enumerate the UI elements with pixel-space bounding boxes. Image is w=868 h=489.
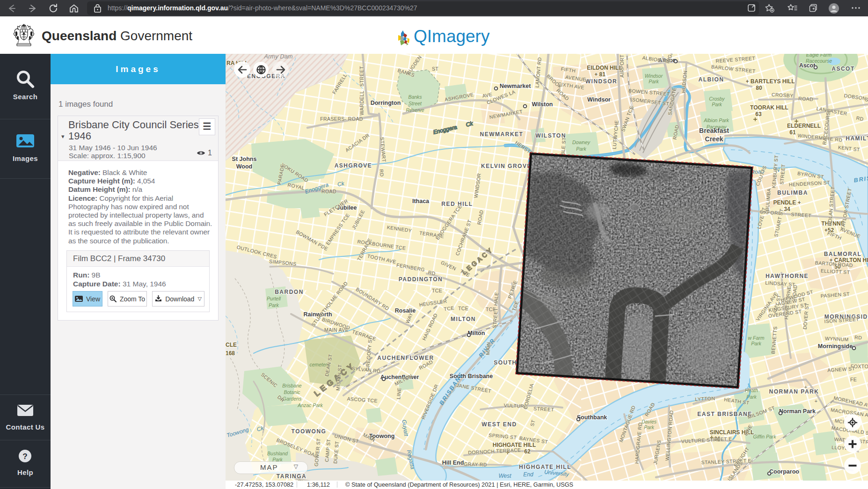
svg-text:TCE: TCE (432, 288, 442, 293)
svg-text:Crosby: Crosby (709, 96, 725, 102)
svg-text:Giffin Park: Giffin Park (753, 434, 776, 439)
svg-text:Paceway: Paceway (707, 124, 727, 130)
svg-text:MILTON: MILTON (451, 316, 476, 322)
svg-text:CROSBY: CROSBY (772, 92, 794, 98)
svg-text:80: 80 (756, 85, 762, 91)
svg-text:ALBION: ALBION (699, 76, 724, 83)
svg-text:ASHGROVE: ASHGROVE (335, 162, 372, 169)
svg-text:Park: Park (269, 302, 279, 308)
svg-text:Davies: Davies (642, 419, 657, 424)
svg-text:Albion Park: Albion Park (703, 117, 729, 123)
svg-text:+ BARTLEYS HILL: + BARTLEYS HILL (745, 78, 795, 85)
svg-text:STREET: STREET (533, 406, 554, 412)
svg-text:TOORAK HILL: TOORAK HILL (750, 104, 788, 111)
svg-text:Banks: Banks (408, 94, 422, 100)
svg-text:Norman Park: Norman Park (779, 408, 816, 415)
svg-text:Army Dam: Army Dam (263, 54, 293, 60)
svg-text:ROAD: ROAD (798, 95, 814, 102)
svg-text:AUCHENFLOWER: AUCHENFLOWER (377, 355, 434, 361)
svg-text:St Johns: St Johns (232, 156, 257, 162)
svg-text:Wilston: Wilston (532, 101, 553, 108)
svg-text:PENDLE +: PENDLE + (773, 199, 801, 206)
svg-text:34: 34 (784, 206, 790, 212)
svg-text:Street: Street (408, 101, 422, 106)
svg-text:Coorparoo: Coorparoo (769, 468, 799, 475)
svg-text:WARDELL: WARDELL (359, 90, 365, 115)
svg-text:Anzac Park: Anzac Park (297, 402, 323, 408)
svg-text:+ 81: + 81 (594, 71, 605, 78)
svg-text:HAMILT: HAMILT (846, 135, 868, 142)
svg-text:w Farm: w Farm (748, 335, 765, 341)
svg-text:Windsor: Windsor (645, 73, 663, 79)
svg-text:ELDERNELL: ELDERNELL (787, 123, 821, 129)
svg-text:ROAD: ROAD (321, 189, 336, 194)
svg-text:ASCOT: ASCOT (832, 66, 855, 72)
svg-text:HAWTHORNE: HAWTHORNE (766, 273, 809, 279)
svg-text:HALE: HALE (493, 292, 499, 306)
svg-text:BARDON: BARDON (275, 289, 304, 295)
svg-text:Reserve: Reserve (406, 107, 424, 113)
svg-text:FE: FE (850, 377, 857, 382)
svg-text:Morningside: Morningside (818, 343, 853, 350)
svg-text:Park: Park (751, 341, 761, 346)
svg-text:Dorrington: Dorrington (371, 100, 401, 106)
svg-text:Eagle Farm: Eagle Farm (806, 54, 832, 58)
svg-text:BALMORAL: BALMORAL (824, 251, 862, 257)
svg-text:Creek: Creek (705, 135, 723, 143)
svg-text:BULIMBA: BULIMBA (777, 190, 808, 196)
svg-text:Southbank: Southbank (577, 414, 607, 421)
svg-text:ST: ST (432, 66, 438, 72)
svg-text:End: End (523, 471, 533, 478)
svg-text:WEST END: WEST END (481, 421, 517, 428)
svg-text:Purtell: Purtell (267, 296, 281, 301)
svg-text:NORMAN PARK: NORMAN PARK (769, 388, 819, 395)
svg-text:Botanic: Botanic (284, 389, 300, 395)
svg-text:WINDSOR: WINDSOR (585, 78, 618, 85)
svg-text:FRASERS- ROAD: FRASERS- ROAD (320, 116, 363, 122)
svg-text:GRAY RD: GRAY RD (464, 461, 487, 467)
svg-text:RD: RD (379, 169, 385, 177)
svg-text:ST: ST (865, 96, 868, 103)
svg-text:TCE: TCE (458, 306, 468, 311)
svg-text:Racecourse: Racecourse (806, 58, 832, 64)
svg-text:+: + (804, 384, 808, 390)
svg-text:LYTTON: LYTTON (695, 395, 715, 402)
svg-text:Park: Park (644, 424, 654, 430)
svg-text:61: 61 (789, 129, 796, 136)
svg-text:Park: Park (712, 102, 722, 107)
svg-text:Hill End: Hill End (442, 460, 464, 466)
svg-text:Ithaca: Ithaca (412, 198, 430, 204)
svg-text:Park: Park (746, 394, 757, 400)
svg-text:MAIN: MAIN (485, 342, 491, 355)
svg-text:Park: Park (576, 146, 586, 152)
svg-text:Rosalie: Rosalie (395, 307, 416, 314)
svg-text:Downey: Downey (572, 139, 591, 145)
svg-text:63: 63 (755, 111, 762, 117)
svg-text:?: ? (22, 452, 27, 461)
svg-text:Windsor: Windsor (587, 96, 611, 103)
svg-text:LINE: LINE (395, 387, 402, 400)
svg-text:RD: RD (854, 335, 862, 341)
svg-text:62: 62 (524, 448, 531, 455)
svg-text:EAST BRISBANE: EAST BRISBANE (697, 411, 752, 417)
svg-text:KELVIN GROVE: KELVIN GROVE (481, 163, 532, 169)
svg-text:NEWMARKET: NEWMARKET (480, 131, 524, 138)
svg-text:Bushland: Bushland (267, 451, 288, 456)
svg-text:MAIN AVE: MAIN AVE (324, 327, 349, 333)
svg-text:Wood: Wood (236, 163, 252, 170)
svg-text:PADDINGTON: PADDINGTON (399, 276, 443, 283)
svg-text:EILDON HILL: EILDON HILL (587, 65, 622, 71)
svg-text:168: 168 (226, 350, 235, 357)
svg-text:CLE: CLE (226, 342, 237, 348)
svg-text:STREET: STREET (359, 66, 365, 87)
svg-text:West: West (498, 473, 511, 479)
svg-text:Park: Park (649, 79, 659, 84)
svg-text:+: + (815, 398, 818, 404)
svg-text:SOUTH: SOUTH (494, 359, 517, 366)
svg-text:TOOWONG: TOOWONG (292, 428, 327, 435)
svg-text:Newmarket: Newmarket (500, 83, 532, 89)
svg-text:Heath: Heath (745, 387, 758, 393)
svg-text:AIRPORT: AIRPORT (619, 54, 625, 77)
svg-text:Brisbane: Brisbane (282, 383, 302, 388)
